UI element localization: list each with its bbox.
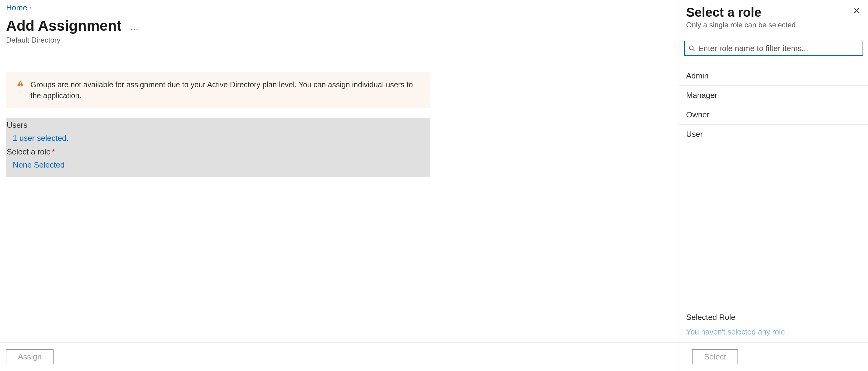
warning-banner: Groups are not available for assignment … <box>6 72 430 109</box>
role-label: Select a role* <box>6 145 430 158</box>
users-selected-link[interactable]: 1 user selected. <box>6 132 430 145</box>
warning-text: Groups are not available for assignment … <box>30 79 420 101</box>
panel-title: Select a role <box>686 6 796 19</box>
more-actions-icon[interactable]: … <box>130 22 139 32</box>
users-label: Users <box>6 118 430 132</box>
role-search-input[interactable] <box>698 41 859 55</box>
role-option-user[interactable]: User <box>679 125 868 144</box>
main-content: Home › Add Assignment … Default Director… <box>0 0 679 371</box>
breadcrumb-home[interactable]: Home <box>6 3 27 12</box>
page-subtitle: Default Directory <box>6 36 673 44</box>
selected-role-value: You haven't selected any role. <box>686 328 861 336</box>
role-selected-link[interactable]: None Selected <box>6 158 430 172</box>
role-option-manager[interactable]: Manager <box>679 86 868 105</box>
svg-line-3 <box>693 49 695 51</box>
close-icon[interactable]: ✕ <box>851 6 861 16</box>
assign-button[interactable]: Assign <box>6 349 54 364</box>
bottom-action-bar: Assign <box>0 342 679 371</box>
panel-header: Select a role Only a single role can be … <box>679 0 868 32</box>
panel-subtitle: Only a single role can be selected <box>686 21 796 29</box>
select-button[interactable]: Select <box>692 349 738 364</box>
required-asterisk-icon: * <box>52 147 55 156</box>
svg-point-2 <box>689 46 693 50</box>
svg-rect-0 <box>20 82 21 84</box>
role-option-owner[interactable]: Owner <box>679 105 868 125</box>
select-role-panel: Select a role Only a single role can be … <box>679 0 868 371</box>
role-label-text: Select a role <box>7 147 51 156</box>
chevron-right-icon: › <box>30 4 32 12</box>
role-list: Admin Manager Owner User <box>679 66 868 144</box>
warning-icon <box>17 80 24 88</box>
panel-footer: Select <box>679 342 868 371</box>
selected-role-label: Selected Role <box>686 313 861 322</box>
selected-role-section: Selected Role You haven't selected any r… <box>679 313 868 342</box>
assignment-form: Users 1 user selected. Select a role* No… <box>6 118 430 177</box>
page-title: Add Assignment <box>6 18 122 34</box>
breadcrumb: Home › <box>6 3 673 12</box>
search-icon <box>688 45 695 52</box>
svg-rect-1 <box>20 85 21 86</box>
page-header: Add Assignment … <box>6 18 673 34</box>
role-option-admin[interactable]: Admin <box>679 66 868 86</box>
role-search-wrap <box>684 41 863 56</box>
